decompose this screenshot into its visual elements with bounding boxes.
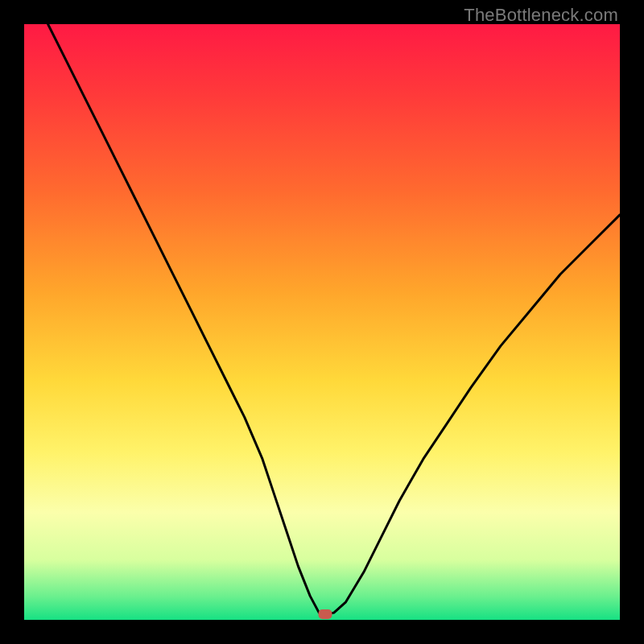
- watermark-text: TheBottleneck.com: [464, 5, 618, 26]
- curve-svg: [24, 24, 620, 620]
- bottleneck-curve: [48, 24, 620, 614]
- chart-frame: TheBottleneck.com: [0, 0, 644, 644]
- selection-marker: [318, 609, 332, 619]
- plot-area: [24, 24, 620, 620]
